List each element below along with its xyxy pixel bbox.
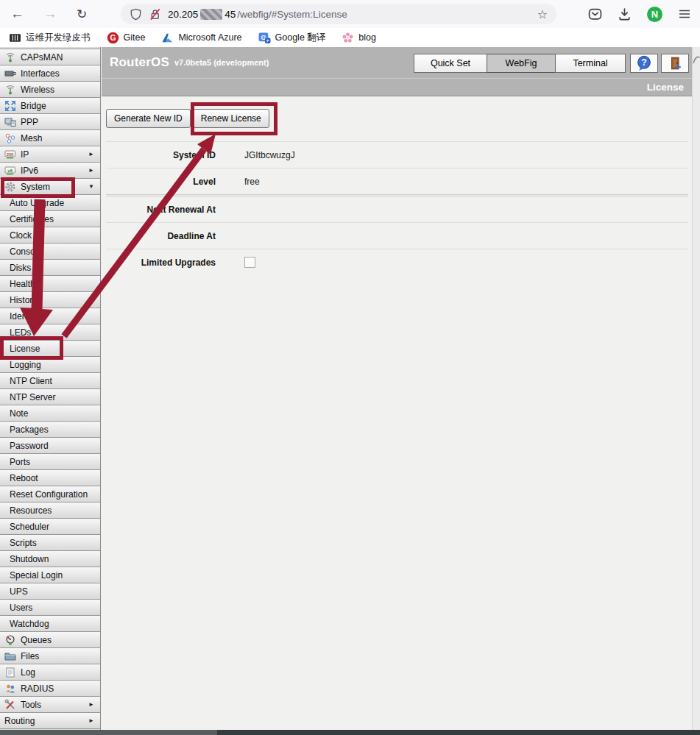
page-title-bar: License: [102, 78, 693, 96]
sidebar-item-watchdog[interactable]: Watchdog: [0, 616, 100, 632]
sidebar-item-ntp-client[interactable]: NTP Client: [0, 373, 100, 389]
sidebar-item-ups[interactable]: UPS: [0, 583, 100, 600]
routeros-version: v7.0beta5 (development): [174, 58, 269, 67]
generate-new-id-button[interactable]: Generate New ID: [106, 109, 191, 128]
sidebar-item-label: UPS: [10, 586, 28, 597]
sidebar-item-password[interactable]: Password: [0, 438, 100, 454]
sidebar-item-mesh[interactable]: Mesh: [0, 130, 100, 146]
sidebar-item-disks[interactable]: Disks: [0, 260, 100, 276]
sidebar-item-note[interactable]: Note: [0, 405, 100, 422]
sidebar-item-ip[interactable]: 255IP►: [0, 146, 100, 163]
page-scrollbar[interactable]: [692, 47, 700, 730]
sidebar-item-queues[interactable]: Queues: [0, 632, 100, 648]
sidebar-item-wireless[interactable]: Wireless: [0, 82, 100, 98]
extension-badge-icon[interactable]: N: [647, 7, 662, 22]
sidebar-item-routing[interactable]: Routing►: [0, 713, 100, 729]
sidebar-item-scripts[interactable]: Scripts: [0, 535, 100, 551]
browser-nav-icons: ← → ↻: [10, 0, 87, 28]
sidebar-item-clock[interactable]: Clock: [0, 227, 100, 244]
folder-icon: [4, 650, 16, 662]
help-button[interactable]: ?: [630, 54, 658, 73]
sidebar-item-ntp-server[interactable]: NTP Server: [0, 389, 100, 405]
sidebar-item-packages[interactable]: Packages: [0, 422, 100, 438]
url-text: 20.205 45/webfig/#System:License: [168, 9, 531, 20]
sidebar-item-bridge[interactable]: Bridge: [0, 98, 100, 114]
sidebar-item-scheduler[interactable]: Scheduler: [0, 519, 100, 535]
bookmark-[interactable]: 运维开发绿皮书: [9, 32, 91, 44]
sidebar-item-label: Note: [10, 408, 28, 419]
sidebar-item-log[interactable]: Log: [0, 664, 100, 681]
submenu-down-arrow-icon: ▼: [88, 183, 97, 190]
sidebar-item-capsman[interactable]: CAPsMAN: [0, 49, 100, 65]
sidebar-item-reset-configuration[interactable]: Reset Configuration: [0, 486, 100, 503]
logout-button[interactable]: [661, 54, 689, 73]
shield-icon[interactable]: [130, 8, 142, 21]
screenshot-root: ← → ↻ 20.205 45/webfig/#System:License ☆: [0, 0, 700, 735]
submenu-right-arrow-icon: ►: [88, 717, 97, 724]
limited-upgrades-checkbox[interactable]: [244, 257, 255, 268]
field-value: free: [244, 177, 260, 187]
tab-terminal[interactable]: Terminal: [555, 54, 626, 73]
horizontal-scrollbar-thumb[interactable]: [0, 730, 217, 735]
sidebar-item-resources[interactable]: Resources: [0, 503, 100, 519]
reload-icon[interactable]: ↻: [77, 7, 87, 22]
tab-quick-set[interactable]: Quick Set: [414, 54, 487, 73]
bookmarks-bar: 运维开发绿皮书GGiteeMicrosoft AzureGGoogle 翻译bl…: [0, 28, 700, 47]
sidebar-item-radius[interactable]: RADIUS: [0, 681, 100, 697]
sidebar-item-label: Reboot: [10, 473, 38, 483]
sidebar-item-label: Tools: [21, 700, 41, 710]
back-icon[interactable]: ←: [10, 6, 24, 22]
sidebar-item-label: Console: [10, 246, 42, 257]
sidebar-item-history[interactable]: History: [0, 292, 100, 308]
bookmark-label: blog: [358, 32, 376, 43]
bookmark-google[interactable]: GGoogle 翻译: [258, 32, 326, 44]
url-bar[interactable]: 20.205 45/webfig/#System:License ☆: [121, 4, 556, 24]
sidebar-item-health[interactable]: Health: [0, 276, 100, 292]
annotation-box-license: [0, 336, 63, 360]
insecure-lock-icon[interactable]: [149, 8, 161, 21]
sidebar-item-label: Identity: [10, 311, 38, 322]
sidebar-item-ports[interactable]: Ports: [0, 454, 100, 470]
sidebar-item-tools[interactable]: Tools►: [0, 697, 100, 713]
help-icon: ?: [636, 55, 652, 71]
interfaces-icon: [4, 68, 16, 79]
sidebar-item-files[interactable]: Files: [0, 648, 100, 664]
sidebar-item-ipv6[interactable]: v6IPv6►: [0, 163, 100, 179]
book-icon: [9, 32, 21, 44]
bookmark-label: Google 翻译: [275, 32, 326, 44]
sidebar-item-users[interactable]: Users: [0, 600, 100, 616]
downloads-icon[interactable]: [618, 7, 632, 21]
bookmark-microsoft-azure[interactable]: Microsoft Azure: [161, 32, 241, 44]
field-value: JGItbcwuzgJ: [244, 150, 295, 160]
bookmark-gitee[interactable]: GGitee: [107, 32, 146, 44]
sidebar-item-label: Auto Upgrade: [10, 198, 64, 208]
submenu-right-arrow-icon: ►: [88, 701, 97, 708]
sidebar-menu: CAPsMANInterfacesWirelessBridgePPPMesh25…: [0, 47, 101, 730]
sidebar-item-certificates[interactable]: Certificates: [0, 211, 100, 227]
sidebar-item-label: Wireless: [21, 85, 54, 95]
sidebar-item-label: Reset Configuration: [10, 489, 88, 500]
sidebar-item-console[interactable]: Console: [0, 244, 100, 260]
sidebar-item-shutdown[interactable]: Shutdown: [0, 551, 100, 567]
horizontal-scrollbar[interactable]: [0, 730, 700, 735]
bookmark-star-icon[interactable]: ☆: [537, 7, 548, 21]
sidebar-item-special-login[interactable]: Special Login: [0, 567, 100, 583]
sidebar-item-identity[interactable]: Identity: [0, 308, 100, 324]
sidebar-item-label: Resources: [10, 505, 52, 516]
url-host-prefix: 20.205: [168, 9, 198, 20]
submenu-right-arrow-icon: ►: [88, 151, 97, 157]
main-area: RouterOS v7.0beta5 (development) Quick S…: [102, 47, 693, 730]
sidebar-item-ppp[interactable]: PPP: [0, 114, 100, 130]
sidebar-item-interfaces[interactable]: Interfaces: [0, 65, 100, 82]
sidebar-item-reboot[interactable]: Reboot: [0, 470, 100, 486]
bookmark-blog[interactable]: blog: [342, 32, 376, 44]
tab-webfig[interactable]: WebFig: [487, 54, 556, 73]
logout-door-icon: [668, 56, 682, 71]
pocket-icon[interactable]: [588, 7, 602, 21]
form-row-limited-upgrades: Limited Upgrades: [106, 249, 688, 275]
sidebar-item-label: Log: [21, 667, 35, 678]
menu-hamburger-icon[interactable]: [678, 7, 691, 21]
sidebar-item-label: IPv6: [21, 166, 38, 176]
forward-icon[interactable]: →: [43, 6, 57, 22]
sidebar-item-label: IP: [21, 149, 29, 160]
